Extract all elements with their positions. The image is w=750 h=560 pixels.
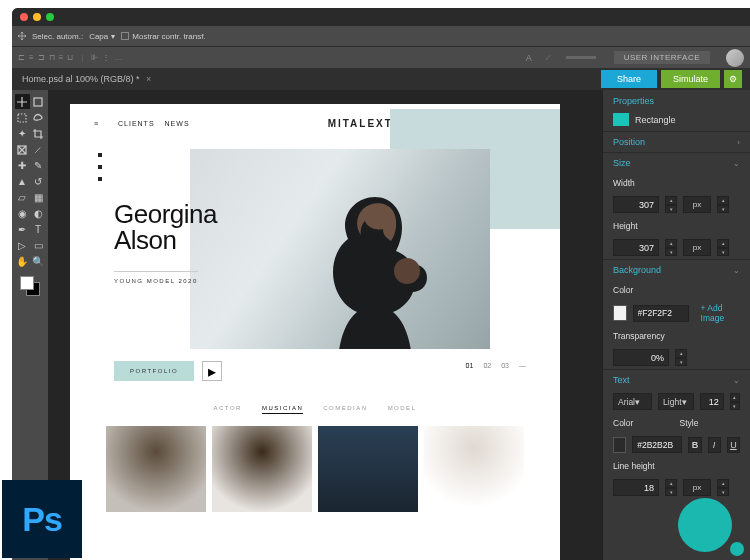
nav-clients[interactable]: CLIENTS: [118, 120, 155, 127]
width-input[interactable]: [613, 196, 659, 213]
user-interface-badge[interactable]: USER INTERFACE: [614, 51, 710, 64]
text-color-label: Color: [613, 416, 674, 430]
height-stepper[interactable]: ▴▾: [665, 239, 677, 256]
cat-model[interactable]: MODEL: [388, 405, 417, 414]
thumb-2[interactable]: [212, 426, 312, 512]
frame-tool[interactable]: [15, 142, 30, 157]
line-height-unit-stepper[interactable]: ▴▾: [717, 479, 729, 496]
social-icons[interactable]: [98, 153, 102, 181]
shape-tool[interactable]: ▭: [31, 238, 46, 253]
thumb-4[interactable]: [424, 426, 524, 512]
blur-tool[interactable]: ◉: [15, 206, 30, 221]
move-tool-icon[interactable]: [18, 32, 26, 40]
dodge-tool[interactable]: ◐: [31, 206, 46, 221]
line-height-unit[interactable]: px: [683, 479, 711, 496]
svg-rect-0: [34, 98, 42, 106]
marquee-tool[interactable]: [15, 110, 30, 125]
crop-tool[interactable]: [31, 126, 46, 141]
cat-actor[interactable]: ACTOR: [214, 405, 242, 414]
line-height-input[interactable]: [613, 479, 659, 496]
wand-tool[interactable]: ✦: [15, 126, 30, 141]
hand-tool[interactable]: ✋: [15, 254, 30, 269]
properties-header: Properties: [603, 90, 750, 110]
simulate-button[interactable]: Simulate: [661, 70, 720, 88]
height-input[interactable]: [613, 239, 659, 256]
gradient-tool[interactable]: ▦: [31, 190, 46, 205]
text-color-swatch[interactable]: [613, 437, 626, 453]
minimize-window-icon[interactable]: [33, 13, 41, 21]
pen-tool[interactable]: ✒: [15, 222, 30, 237]
distribute-icons[interactable]: ⊪⋮…: [91, 53, 122, 62]
nav-news[interactable]: NEWS: [165, 120, 190, 127]
thumb-3[interactable]: [318, 426, 418, 512]
stamp-tool[interactable]: ▲: [15, 174, 30, 189]
maximize-window-icon[interactable]: [46, 13, 54, 21]
line-height-stepper[interactable]: ▴▾: [665, 479, 677, 496]
close-window-icon[interactable]: [20, 13, 28, 21]
transparency-stepper[interactable]: ▴▾: [675, 349, 687, 366]
hamburger-icon[interactable]: ≡: [94, 120, 106, 127]
hero-pagination[interactable]: 01 02 03 —: [466, 362, 526, 369]
eyedropper-icon[interactable]: ⟋: [544, 53, 552, 62]
font-weight-select[interactable]: Light ▾: [658, 393, 694, 410]
cat-musician[interactable]: MUSICIAN: [262, 405, 303, 414]
path-tool[interactable]: ▷: [15, 238, 30, 253]
chevron-right-icon: ›: [737, 138, 740, 147]
app-window: Selec. autom.: Capa ▾ Mostrar contr. tra…: [12, 8, 750, 560]
history-brush-tool[interactable]: ↺: [31, 174, 46, 189]
section-position[interactable]: Position›: [603, 131, 750, 152]
section-background[interactable]: Background⌄: [603, 259, 750, 280]
heal-tool[interactable]: ✚: [15, 158, 30, 173]
section-size[interactable]: Size⌄: [603, 152, 750, 173]
type-tool[interactable]: T: [31, 222, 46, 237]
width-stepper[interactable]: ▴▾: [665, 196, 677, 213]
bold-button[interactable]: B: [688, 437, 701, 453]
italic-button[interactable]: I: [708, 437, 721, 453]
play-icon[interactable]: ▸: [202, 361, 222, 381]
color-swatch[interactable]: [20, 276, 40, 296]
eraser-tool[interactable]: ▱: [15, 190, 30, 205]
transparency-input[interactable]: [613, 349, 669, 366]
align-icons[interactable]: ⊏≡⊐⊓≡⊔: [18, 53, 73, 62]
height-unit-stepper[interactable]: ▴▾: [717, 239, 729, 256]
portfolio-button[interactable]: PORTFOLIO: [114, 361, 194, 381]
height-unit[interactable]: px: [683, 239, 711, 256]
zoom-tool[interactable]: 🔍: [31, 254, 46, 269]
shape-swatch-icon: [613, 113, 629, 126]
style-label: Style: [680, 416, 741, 430]
text-hex-input[interactable]: [632, 436, 682, 453]
thumbnail-row: [70, 426, 560, 512]
eyedropper-tool[interactable]: ⟋: [31, 142, 46, 157]
show-transform-checkbox[interactable]: Mostrar contr. transf.: [121, 32, 205, 41]
opacity-slider[interactable]: [566, 56, 596, 59]
options-bar: ⊏≡⊐⊓≡⊔ | ⊪⋮… A ⟋ USER INTERFACE: [12, 46, 750, 68]
artboard-tool[interactable]: [31, 94, 46, 109]
section-text[interactable]: Text⌄: [603, 369, 750, 390]
font-family-select[interactable]: Arial ▾: [613, 393, 652, 410]
add-image-button[interactable]: + Add Image: [701, 303, 740, 323]
gear-icon[interactable]: ⚙: [724, 70, 742, 88]
font-size-input[interactable]: [700, 393, 724, 410]
lasso-tool[interactable]: [31, 110, 46, 125]
menubar: Selec. autom.: Capa ▾ Mostrar contr. tra…: [12, 26, 750, 46]
font-size-stepper[interactable]: ▴▾: [730, 393, 740, 410]
bg-hex-input[interactable]: [633, 305, 689, 322]
width-label: Width: [613, 176, 740, 190]
tab-home-psd[interactable]: Home.psd al 100% (RGB/8) * ×: [18, 74, 155, 84]
brush-tool[interactable]: ✎: [31, 158, 46, 173]
underline-button[interactable]: U: [727, 437, 740, 453]
width-unit[interactable]: px: [683, 196, 711, 213]
close-icon[interactable]: ×: [146, 74, 151, 84]
artboard[interactable]: ≡ CLIENTS NEWS MITALEXT ⌕: [70, 104, 560, 560]
avatar[interactable]: [726, 49, 744, 67]
properties-panel: Properties Rectangle Position› Size⌄ Wid…: [602, 90, 750, 560]
share-button[interactable]: Share: [601, 70, 657, 88]
cat-comedian[interactable]: COMEDIAN: [323, 405, 367, 414]
width-unit-stepper[interactable]: ▴▾: [717, 196, 729, 213]
layer-dropdown[interactable]: Capa ▾: [89, 32, 115, 41]
bg-color-swatch[interactable]: [613, 305, 627, 321]
canvas-area[interactable]: ≡ CLIENTS NEWS MITALEXT ⌕: [48, 90, 602, 560]
thumb-1[interactable]: [106, 426, 206, 512]
hero-section: Georgina Alson YOUNG MODEL 2020 PORTFOLI…: [70, 139, 560, 369]
move-tool[interactable]: [15, 94, 30, 109]
